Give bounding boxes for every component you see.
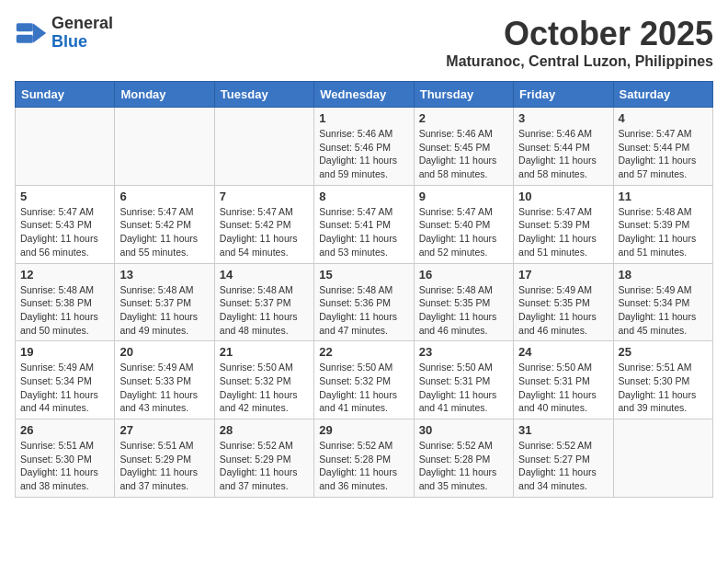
calendar-cell: 27Sunrise: 5:51 AM Sunset: 5:29 PM Dayli… <box>115 419 214 498</box>
day-info: Sunrise: 5:47 AM Sunset: 5:42 PM Dayligh… <box>119 205 209 259</box>
calendar-cell: 10Sunrise: 5:47 AM Sunset: 5:39 PM Dayli… <box>514 185 613 263</box>
logo-line2: Blue <box>51 32 87 51</box>
calendar-cell: 15Sunrise: 5:48 AM Sunset: 5:36 PM Dayli… <box>314 263 414 341</box>
day-number: 19 <box>20 345 109 359</box>
calendar-cell: 19Sunrise: 5:49 AM Sunset: 5:34 PM Dayli… <box>16 341 115 419</box>
calendar-cell: 25Sunrise: 5:51 AM Sunset: 5:30 PM Dayli… <box>613 341 712 419</box>
day-number: 10 <box>518 190 608 203</box>
day-info: Sunrise: 5:47 AM Sunset: 5:42 PM Dayligh… <box>220 205 309 259</box>
day-info: Sunrise: 5:48 AM Sunset: 5:35 PM Dayligh… <box>419 283 508 338</box>
day-info: Sunrise: 5:48 AM Sunset: 5:39 PM Dayligh… <box>619 205 708 259</box>
day-number: 16 <box>419 268 508 282</box>
weekday-row: SundayMondayTuesdayWednesdayThursdayFrid… <box>16 82 713 108</box>
day-number: 2 <box>419 111 508 125</box>
day-number: 6 <box>119 190 209 203</box>
calendar-week-2: 5Sunrise: 5:47 AM Sunset: 5:43 PM Daylig… <box>16 185 713 263</box>
day-number: 18 <box>619 268 708 282</box>
day-info: Sunrise: 5:49 AM Sunset: 5:33 PM Dayligh… <box>119 361 209 415</box>
calendar-cell: 7Sunrise: 5:47 AM Sunset: 5:42 PM Daylig… <box>214 185 313 263</box>
calendar-cell <box>613 419 712 498</box>
logo-line1: General <box>51 14 113 32</box>
location: Maturanoc, Central Luzon, Philippines <box>446 53 713 70</box>
day-info: Sunrise: 5:46 AM Sunset: 5:45 PM Dayligh… <box>419 127 508 181</box>
day-number: 31 <box>518 423 608 437</box>
day-info: Sunrise: 5:50 AM Sunset: 5:32 PM Dayligh… <box>319 361 408 415</box>
month-title: October 2025 <box>446 15 713 53</box>
day-info: Sunrise: 5:50 AM Sunset: 5:31 PM Dayligh… <box>419 361 508 415</box>
calendar-cell: 11Sunrise: 5:48 AM Sunset: 5:39 PM Dayli… <box>613 185 712 263</box>
day-number: 28 <box>220 423 309 437</box>
calendar-week-3: 12Sunrise: 5:48 AM Sunset: 5:38 PM Dayli… <box>16 263 713 341</box>
title-block: October 2025 Maturanoc, Central Luzon, P… <box>446 15 713 70</box>
day-number: 22 <box>319 345 408 359</box>
weekday-header-sunday: Sunday <box>16 82 115 108</box>
day-info: Sunrise: 5:47 AM Sunset: 5:43 PM Dayligh… <box>20 205 109 259</box>
day-info: Sunrise: 5:47 AM Sunset: 5:39 PM Dayligh… <box>518 205 608 259</box>
day-number: 1 <box>319 111 408 125</box>
calendar-cell: 9Sunrise: 5:47 AM Sunset: 5:40 PM Daylig… <box>414 185 513 263</box>
day-number: 14 <box>220 268 309 282</box>
day-info: Sunrise: 5:47 AM Sunset: 5:44 PM Dayligh… <box>619 127 708 181</box>
calendar-cell: 29Sunrise: 5:52 AM Sunset: 5:28 PM Dayli… <box>314 419 414 498</box>
svg-rect-3 <box>17 35 33 43</box>
day-info: Sunrise: 5:49 AM Sunset: 5:34 PM Dayligh… <box>20 361 109 415</box>
calendar-cell: 12Sunrise: 5:48 AM Sunset: 5:38 PM Dayli… <box>16 263 115 341</box>
svg-rect-2 <box>17 23 33 31</box>
day-number: 20 <box>119 345 209 359</box>
day-number: 24 <box>518 345 608 359</box>
day-info: Sunrise: 5:47 AM Sunset: 5:40 PM Dayligh… <box>419 205 508 259</box>
calendar-cell: 3Sunrise: 5:46 AM Sunset: 5:44 PM Daylig… <box>514 108 613 186</box>
day-info: Sunrise: 5:52 AM Sunset: 5:28 PM Dayligh… <box>319 439 408 493</box>
day-number: 13 <box>119 268 209 282</box>
day-number: 11 <box>619 190 708 203</box>
calendar-cell: 6Sunrise: 5:47 AM Sunset: 5:42 PM Daylig… <box>115 185 214 263</box>
calendar-cell: 23Sunrise: 5:50 AM Sunset: 5:31 PM Dayli… <box>414 341 513 419</box>
day-info: Sunrise: 5:47 AM Sunset: 5:41 PM Dayligh… <box>319 205 408 259</box>
calendar-cell: 17Sunrise: 5:49 AM Sunset: 5:35 PM Dayli… <box>514 263 613 341</box>
calendar-cell: 21Sunrise: 5:50 AM Sunset: 5:32 PM Dayli… <box>214 341 313 419</box>
calendar-cell: 2Sunrise: 5:46 AM Sunset: 5:45 PM Daylig… <box>414 108 513 186</box>
calendar-cell: 13Sunrise: 5:48 AM Sunset: 5:37 PM Dayli… <box>115 263 214 341</box>
day-number: 8 <box>319 190 408 203</box>
calendar-cell: 26Sunrise: 5:51 AM Sunset: 5:30 PM Dayli… <box>16 419 115 498</box>
calendar-cell: 31Sunrise: 5:52 AM Sunset: 5:27 PM Dayli… <box>514 419 613 498</box>
day-info: Sunrise: 5:49 AM Sunset: 5:35 PM Dayligh… <box>518 283 608 338</box>
page-header: General Blue October 2025 Maturanoc, Cen… <box>15 15 713 70</box>
calendar-cell <box>16 108 115 186</box>
day-info: Sunrise: 5:46 AM Sunset: 5:44 PM Dayligh… <box>518 127 608 181</box>
weekday-header-thursday: Thursday <box>414 82 513 108</box>
calendar-week-4: 19Sunrise: 5:49 AM Sunset: 5:34 PM Dayli… <box>16 341 713 419</box>
calendar-cell: 30Sunrise: 5:52 AM Sunset: 5:28 PM Dayli… <box>414 419 513 498</box>
day-info: Sunrise: 5:48 AM Sunset: 5:36 PM Dayligh… <box>319 283 408 338</box>
day-info: Sunrise: 5:52 AM Sunset: 5:29 PM Dayligh… <box>220 439 309 493</box>
calendar-cell: 4Sunrise: 5:47 AM Sunset: 5:44 PM Daylig… <box>613 108 712 186</box>
logo: General Blue <box>15 15 113 52</box>
calendar-cell: 5Sunrise: 5:47 AM Sunset: 5:43 PM Daylig… <box>16 185 115 263</box>
day-number: 25 <box>619 345 708 359</box>
day-number: 15 <box>319 268 408 282</box>
calendar-cell: 22Sunrise: 5:50 AM Sunset: 5:32 PM Dayli… <box>314 341 414 419</box>
calendar-header: SundayMondayTuesdayWednesdayThursdayFrid… <box>16 82 713 108</box>
day-info: Sunrise: 5:50 AM Sunset: 5:32 PM Dayligh… <box>220 361 309 415</box>
day-number: 29 <box>319 423 408 437</box>
calendar-cell: 20Sunrise: 5:49 AM Sunset: 5:33 PM Dayli… <box>115 341 214 419</box>
calendar-cell: 18Sunrise: 5:49 AM Sunset: 5:34 PM Dayli… <box>613 263 712 341</box>
calendar-cell <box>214 108 313 186</box>
calendar-cell: 24Sunrise: 5:50 AM Sunset: 5:31 PM Dayli… <box>514 341 613 419</box>
day-info: Sunrise: 5:48 AM Sunset: 5:37 PM Dayligh… <box>220 283 309 338</box>
calendar-cell: 16Sunrise: 5:48 AM Sunset: 5:35 PM Dayli… <box>414 263 513 341</box>
calendar-cell: 28Sunrise: 5:52 AM Sunset: 5:29 PM Dayli… <box>214 419 313 498</box>
day-number: 30 <box>419 423 508 437</box>
day-number: 26 <box>20 423 109 437</box>
day-info: Sunrise: 5:48 AM Sunset: 5:38 PM Dayligh… <box>20 283 109 338</box>
logo-icon <box>15 17 48 50</box>
logo-text: General Blue <box>51 15 113 52</box>
calendar-cell: 14Sunrise: 5:48 AM Sunset: 5:37 PM Dayli… <box>214 263 313 341</box>
calendar-table: SundayMondayTuesdayWednesdayThursdayFrid… <box>15 81 713 498</box>
day-info: Sunrise: 5:51 AM Sunset: 5:30 PM Dayligh… <box>20 439 109 493</box>
day-number: 3 <box>518 111 608 125</box>
calendar-cell: 8Sunrise: 5:47 AM Sunset: 5:41 PM Daylig… <box>314 185 414 263</box>
day-info: Sunrise: 5:46 AM Sunset: 5:46 PM Dayligh… <box>319 127 408 181</box>
day-info: Sunrise: 5:51 AM Sunset: 5:29 PM Dayligh… <box>119 439 209 493</box>
calendar-week-5: 26Sunrise: 5:51 AM Sunset: 5:30 PM Dayli… <box>16 419 713 498</box>
